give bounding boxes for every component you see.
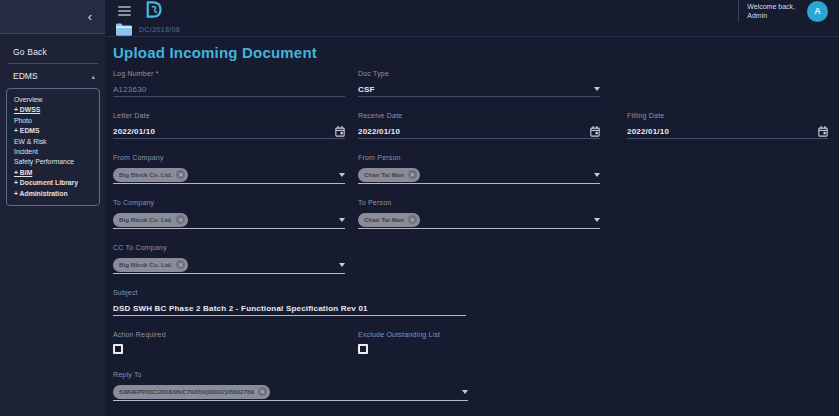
sidebar-header: ‹ bbox=[0, 0, 105, 34]
to-person-field: To Person Chan Tai Man ✕ bbox=[358, 199, 600, 229]
close-icon[interactable]: ✕ bbox=[176, 260, 185, 269]
subject-input[interactable]: DSD SWH BC Phase 2 Batch 2 - Functional … bbox=[113, 301, 466, 316]
subject-value: DSD SWH BC Phase 2 Batch 2 - Functional … bbox=[113, 304, 368, 313]
breadcrumb: DC/2018/06 bbox=[105, 22, 839, 37]
from-person-select[interactable]: Chan Tai Man ✕ bbox=[358, 166, 600, 184]
go-back-button[interactable]: Go Back bbox=[0, 34, 105, 63]
main-area: Welcome back, Admin A DC/2018/06 Upload … bbox=[105, 0, 839, 416]
action-required-field: Action Required bbox=[113, 331, 345, 354]
cc-to-company-chip[interactable]: Big Block Co. Ltd. ✕ bbox=[113, 258, 188, 272]
welcome-line2: Admin bbox=[747, 11, 795, 20]
doc-type-select[interactable]: CSF bbox=[358, 82, 600, 97]
doc-type-value: CSF bbox=[358, 85, 375, 94]
letter-date-value: 2022/01/10 bbox=[113, 127, 155, 136]
calendar-icon[interactable] bbox=[335, 126, 345, 137]
letter-date-input[interactable]: 2022/01/10 bbox=[113, 124, 345, 139]
reply-to-select[interactable]: SWHEPP/DC/2018/06/C70/050(00002)/B602769… bbox=[113, 383, 468, 401]
letter-date-field: Letter Date 2022/01/10 bbox=[113, 112, 345, 139]
to-person-select[interactable]: Chan Tai Man ✕ bbox=[358, 211, 600, 229]
folder-icon bbox=[116, 23, 132, 36]
close-icon[interactable]: ✕ bbox=[408, 215, 417, 224]
chevron-down-icon[interactable] bbox=[462, 390, 468, 394]
sidebar-item-edms[interactable]: + EDMS bbox=[14, 126, 96, 136]
to-company-field: To Company Big Block Co. Ltd. ✕ bbox=[113, 199, 345, 229]
from-company-label: From Company bbox=[113, 154, 345, 161]
sidebar-item-overview[interactable]: Overview bbox=[14, 95, 96, 105]
welcome-line1: Welcome back, bbox=[747, 2, 795, 11]
sidebar-item-bim[interactable]: + BIM bbox=[14, 168, 96, 178]
chevron-down-icon[interactable] bbox=[594, 173, 600, 177]
chevron-down-icon[interactable] bbox=[594, 218, 600, 222]
to-person-chip[interactable]: Chan Tai Man ✕ bbox=[358, 213, 420, 227]
close-icon[interactable]: ✕ bbox=[176, 170, 185, 179]
chevron-down-icon[interactable] bbox=[339, 218, 345, 222]
hamburger-menu-icon[interactable] bbox=[118, 6, 131, 16]
from-company-field: From Company Big Block Co. Ltd. ✕ bbox=[113, 154, 345, 184]
receive-date-input[interactable]: 2022/01/10 bbox=[358, 124, 600, 139]
close-icon[interactable]: ✕ bbox=[176, 215, 185, 224]
log-number-label: Log Number * bbox=[113, 70, 345, 77]
chevron-down-icon[interactable] bbox=[339, 173, 345, 177]
chevron-down-icon[interactable] bbox=[594, 87, 600, 91]
chevron-up-icon: ▴ bbox=[91, 73, 95, 80]
log-number-input[interactable]: A123630 bbox=[113, 82, 345, 97]
exclude-outstanding-list-label: Exclude Outstanding List bbox=[358, 331, 600, 338]
to-company-select[interactable]: Big Block Co. Ltd. ✕ bbox=[113, 211, 345, 229]
chevron-down-icon[interactable] bbox=[339, 263, 345, 267]
filling-date-input[interactable]: 2022/01/10 bbox=[627, 124, 828, 139]
letter-date-label: Letter Date bbox=[113, 112, 345, 119]
to-company-chip-label: Big Block Co. Ltd. bbox=[119, 216, 172, 223]
sidebar-item-administration[interactable]: + Administration bbox=[14, 189, 96, 199]
filling-date-field: Filling Date 2022/01/10 bbox=[627, 112, 828, 139]
avatar[interactable]: A bbox=[807, 1, 828, 22]
log-number-value: A123630 bbox=[113, 85, 146, 94]
calendar-icon[interactable] bbox=[818, 126, 828, 137]
receive-date-label: Receive Date bbox=[358, 112, 600, 119]
subject-field: Subject DSD SWH BC Phase 2 Batch 2 - Fun… bbox=[113, 289, 466, 316]
sidebar-item-incident[interactable]: Incident bbox=[14, 147, 96, 157]
doc-type-label: Doc Type bbox=[358, 70, 600, 77]
sidebar-item-photo[interactable]: Photo bbox=[14, 116, 96, 126]
to-person-chip-label: Chan Tai Man bbox=[364, 216, 404, 223]
from-person-chip-label: Chan Tai Man bbox=[364, 171, 404, 178]
top-bar: Welcome back, Admin A bbox=[105, 0, 839, 22]
from-company-chip-label: Big Block Co. Ltd. bbox=[119, 171, 172, 178]
sidebar-item-safety-performance[interactable]: Safety Performance bbox=[14, 157, 96, 167]
exclude-outstanding-list-field: Exclude Outstanding List bbox=[358, 331, 600, 354]
sidebar-item-document-library[interactable]: + Document Library bbox=[14, 178, 96, 188]
sidebar-menu: Overview + DWSS Photo + EDMS EW & Risk I… bbox=[6, 88, 100, 206]
cc-to-company-select[interactable]: Big Block Co. Ltd. ✕ bbox=[113, 256, 345, 274]
to-company-chip[interactable]: Big Block Co. Ltd. ✕ bbox=[113, 213, 188, 227]
log-number-field: Log Number * A123630 bbox=[113, 70, 345, 97]
close-icon[interactable]: ✕ bbox=[408, 170, 417, 179]
sidebar: ‹ Go Back EDMS ▴ Overview + DWSS Photo +… bbox=[0, 0, 105, 416]
cc-to-company-chip-label: Big Block Co. Ltd. bbox=[119, 261, 172, 268]
sidebar-section-label: EDMS bbox=[13, 71, 38, 81]
sidebar-section-edms[interactable]: EDMS ▴ bbox=[0, 64, 105, 85]
filling-date-label: Filling Date bbox=[627, 112, 828, 119]
sidebar-item-ew-risk[interactable]: EW & Risk bbox=[14, 137, 96, 147]
to-person-label: To Person bbox=[358, 199, 600, 206]
receive-date-field: Receive Date 2022/01/10 bbox=[358, 112, 600, 139]
reply-to-chip-label: SWHEPP/DC/2018/06/C70/050(00002)/B602769 bbox=[119, 388, 254, 395]
breadcrumb-path[interactable]: DC/2018/06 bbox=[139, 26, 180, 33]
reply-to-field: Reply To SWHEPP/DC/2018/06/C70/050(00002… bbox=[113, 371, 468, 401]
sidebar-item-dwss[interactable]: + DWSS bbox=[14, 105, 96, 115]
receive-date-value: 2022/01/10 bbox=[358, 127, 400, 136]
from-company-chip[interactable]: Big Block Co. Ltd. ✕ bbox=[113, 168, 188, 182]
doc-type-field: Doc Type CSF bbox=[358, 70, 600, 97]
from-person-chip[interactable]: Chan Tai Man ✕ bbox=[358, 168, 420, 182]
from-person-field: From Person Chan Tai Man ✕ bbox=[358, 154, 600, 184]
reply-to-chip[interactable]: SWHEPP/DC/2018/06/C70/050(00002)/B602769… bbox=[113, 385, 270, 399]
exclude-outstanding-list-checkbox[interactable] bbox=[358, 344, 368, 354]
from-person-label: From Person bbox=[358, 154, 600, 161]
action-required-checkbox[interactable] bbox=[113, 344, 123, 354]
action-required-label: Action Required bbox=[113, 331, 345, 338]
from-company-select[interactable]: Big Block Co. Ltd. ✕ bbox=[113, 166, 345, 184]
page-title: Upload Incoming Document bbox=[113, 44, 839, 61]
calendar-icon[interactable] bbox=[590, 126, 600, 137]
header-divider bbox=[738, 0, 739, 22]
app-logo-icon bbox=[146, 1, 162, 22]
close-icon[interactable]: ✕ bbox=[258, 387, 267, 396]
sidebar-collapse-icon[interactable]: ‹ bbox=[88, 10, 92, 23]
